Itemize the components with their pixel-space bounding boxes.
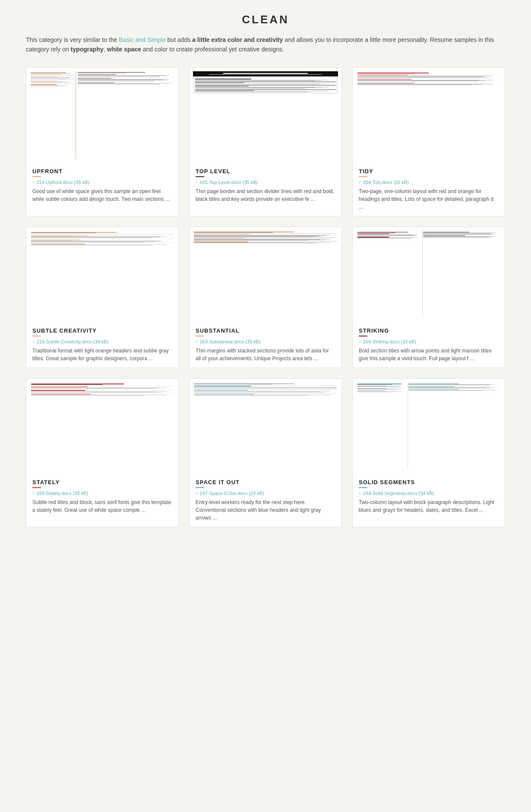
card-spaceitout-preview[interactable]: 219 downloads <box>190 379 341 474</box>
file-icon: ↑ <box>32 339 35 344</box>
tidy-title: TIDY <box>359 168 499 174</box>
page-container: CLEAN This category is very similar to t… <box>0 0 531 540</box>
subtle-desc: Traditional format with light orange hea… <box>32 347 172 362</box>
substantial-desc: Thin margins with stacked sections provi… <box>196 347 335 362</box>
card-subtle-info: SUBTLE CREATIVITY ↑ 210-Subtle-Creativit… <box>26 322 178 368</box>
spaceitout-title: SPACE IT OUT <box>196 479 335 485</box>
tidy-divider <box>359 176 367 177</box>
subtle-title: SUBTLE CREATIVITY <box>32 327 172 334</box>
file-icon: ↑ <box>196 491 198 496</box>
card-tidy: 268 downloads <box>352 67 505 216</box>
cards-grid: 1,069 downloads <box>26 67 505 527</box>
card-striking: 206 downloads <box>352 227 505 368</box>
card-toplevel: 413 downloads <box>189 67 342 216</box>
substantial-title: SUBSTANTIAL <box>196 327 335 334</box>
card-striking-info: STRIKING ↑ 164-Striking.docx (33 kB) Bol… <box>353 322 505 368</box>
card-stately: 370 downloads <box>26 378 179 527</box>
upfront-title: UPFRONT <box>32 168 172 174</box>
card-subtle-preview[interactable]: 302 downloads <box>26 227 178 322</box>
card-upfront-info: UPFRONT ↑ 214-Upfront.docx (35 kB) Good … <box>26 163 178 208</box>
toplevel-file[interactable]: ↑ 165-Top-Level.docx (35 kB) <box>196 180 335 185</box>
spaceitout-file[interactable]: ↑ 147-Space-It-Out.docx (24 kB) <box>196 491 335 496</box>
file-icon: ↑ <box>359 339 361 344</box>
card-spaceitout-info: SPACE IT OUT ↑ 147-Space-It-Out.docx (24… <box>190 474 341 527</box>
upfront-divider <box>32 176 41 177</box>
file-icon: ↑ <box>196 339 198 344</box>
card-tidy-preview[interactable]: 268 downloads <box>353 68 505 163</box>
card-upfront: 1,069 downloads <box>26 67 179 216</box>
intro-paragraph: This category is very similar to the Bas… <box>26 35 505 54</box>
striking-file[interactable]: ↑ 164-Striking.docx (33 kB) <box>359 339 499 344</box>
file-icon: ↑ <box>196 180 198 185</box>
tidy-file[interactable]: ↑ 204-Tidy.docx (32 kB) <box>359 180 499 185</box>
card-stately-info: STATELY ↑ 159-Stately.docx (30 kB) Subtl… <box>26 474 178 519</box>
toplevel-divider <box>196 176 204 177</box>
toplevel-desc: Thin page border and section divider lin… <box>196 187 335 203</box>
stately-title: STATELY <box>32 479 172 485</box>
basic-simple-link[interactable]: Basic and Simple <box>119 36 166 43</box>
page-title: CLEAN <box>26 13 505 26</box>
file-icon: ↑ <box>32 180 35 185</box>
upfront-file[interactable]: ↑ 214-Upfront.docx (35 kB) <box>32 180 172 185</box>
card-solidsegments-info: SOLID SEGMENTS ↑ 149-Solid-Segments.docx… <box>353 474 505 519</box>
file-icon: ↑ <box>32 491 35 496</box>
card-toplevel-info: TOP LEVEL ↑ 165-Top-Level.docx (35 kB) T… <box>190 163 341 208</box>
spaceitout-divider <box>196 487 204 488</box>
solidsegments-title: SOLID SEGMENTS <box>359 479 499 485</box>
card-solidsegments: 125 downloads <box>352 378 505 527</box>
stately-file[interactable]: ↑ 159-Stately.docx (30 kB) <box>32 491 172 496</box>
card-tidy-info: TIDY ↑ 204-Tidy.docx (32 kB) Two-page, o… <box>353 163 505 216</box>
stately-desc: Subtle red titles and block, sans serif … <box>32 498 172 514</box>
card-toplevel-preview[interactable]: 413 downloads <box>190 68 341 163</box>
card-substantial: 534 downloads <box>189 227 342 368</box>
substantial-file[interactable]: ↑ 163-Substantial.docx (35 kB) <box>196 339 335 344</box>
tidy-desc: Two-page, one-column layout with red and… <box>359 187 499 211</box>
subtle-divider <box>32 336 41 336</box>
spaceitout-desc: Entry-level workers ready for the next s… <box>196 498 335 522</box>
card-spaceitout: 219 downloads <box>189 378 342 527</box>
card-solidsegments-preview[interactable]: 125 downloads <box>353 379 505 474</box>
file-icon: ↑ <box>359 491 361 496</box>
toplevel-title: TOP LEVEL <box>196 168 335 174</box>
solidsegments-file[interactable]: ↑ 149-Solid-Segments.docx (34 kB) <box>359 491 499 496</box>
solidsegments-divider <box>359 487 367 488</box>
striking-title: STRIKING <box>359 327 499 334</box>
card-stately-preview[interactable]: 370 downloads <box>26 379 178 474</box>
striking-desc: Bold section titles with arrow points an… <box>359 347 499 362</box>
card-substantial-info: SUBSTANTIAL ↑ 163-Substantial.docx (35 k… <box>190 322 341 368</box>
stately-divider <box>32 487 41 488</box>
striking-divider <box>359 336 367 336</box>
substantial-divider <box>196 336 204 336</box>
upfront-desc: Good use of white space gives this sampl… <box>32 187 172 203</box>
card-striking-preview[interactable]: 206 downloads <box>353 227 505 322</box>
file-icon: ↑ <box>359 180 361 185</box>
card-subtle: 302 downloads <box>26 227 179 368</box>
card-substantial-preview[interactable]: 534 downloads <box>190 227 341 322</box>
solidsegments-desc: Two-column layout with block paragraph d… <box>359 498 499 514</box>
intro-text-before: This category is very similar to the <box>26 36 119 43</box>
card-upfront-preview[interactable]: 1,069 downloads <box>26 68 178 163</box>
subtle-file[interactable]: ↑ 210-Subtle-Creativity.docx (34 kB) <box>32 339 172 344</box>
